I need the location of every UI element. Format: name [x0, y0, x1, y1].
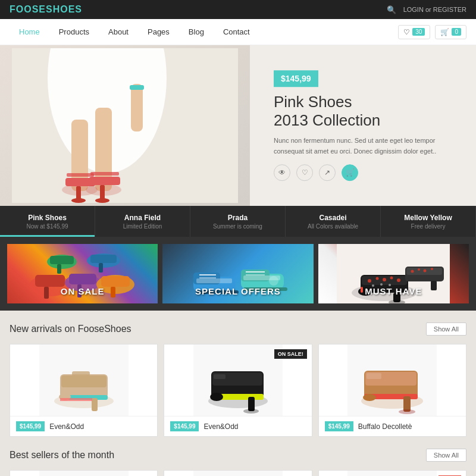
bestsellers-show-all[interactable]: Show All [426, 449, 466, 462]
promo-special-offers[interactable]: SPECIAL OFFERS [162, 244, 313, 303]
tab-casadei[interactable]: Casadei All Colors available [286, 206, 381, 237]
bestseller-img-3: OUTOFSTOCK [319, 471, 466, 476]
product-img-2: ON SALE! [164, 345, 311, 416]
nav-links: Home Products About Pages Blog Contact [10, 20, 259, 43]
product-info-3: $145,99 Buffalo Decolletè [319, 416, 466, 436]
arrivals-grid: $145,99 Even&Odd [10, 344, 466, 437]
product-name-3: Buffalo Decolletè [358, 422, 412, 431]
share-icon[interactable]: ↗ [319, 164, 336, 181]
tab-sub: Limited Edition [123, 223, 162, 230]
promo-section: ON SALE [0, 237, 476, 311]
svg-point-94 [399, 409, 415, 414]
nav-contact[interactable]: Contact [214, 20, 259, 43]
tab-pink-shoes[interactable]: Pink Shoes Now at $145,99 [0, 206, 95, 237]
nav-blog[interactable]: Blog [179, 20, 214, 43]
cart-button[interactable]: 🛒 0 [435, 25, 466, 39]
bestseller-card-2[interactable]: $145,99 Black Stiletto [164, 470, 312, 476]
cart-icon: 🛒 [440, 28, 449, 36]
svg-rect-68 [431, 281, 437, 290]
hero-title: Pink Shoes 2013 Collection [274, 93, 440, 130]
svg-rect-13 [90, 172, 119, 176]
nav-about[interactable]: About [99, 20, 138, 43]
tab-anna-field[interactable]: Anna Field Limited Edition [95, 206, 190, 237]
svg-rect-24 [101, 276, 130, 287]
svg-rect-96 [39, 471, 129, 476]
product-shoe-3 [347, 345, 437, 416]
tab-prada[interactable]: Prada Summer is coming [190, 206, 286, 237]
svg-point-56 [380, 283, 383, 286]
svg-rect-25 [111, 287, 115, 298]
bestsellers-header: Best sellers of the month Show All [10, 449, 466, 462]
tab-name: Casadei [319, 214, 346, 222]
svg-point-50 [368, 279, 371, 283]
tab-sub: Free delivery [411, 223, 446, 230]
bestseller-card-3[interactable]: OUTOFSTOCK $145,99 Colorful Heel [318, 470, 466, 476]
hero-price: $145,99 [274, 70, 318, 87]
svg-rect-104 [193, 471, 283, 476]
promo-on-sale[interactable]: ON SALE [7, 244, 158, 303]
svg-rect-74 [92, 398, 98, 411]
svg-rect-91 [367, 373, 381, 379]
svg-point-7 [71, 198, 86, 203]
svg-point-84 [243, 409, 259, 414]
top-bar: FOOSESHOES 🔍 LOGIN or REGISTER [0, 0, 476, 19]
hero-shoe-illustration [12, 48, 238, 203]
bestseller-card-1[interactable]: $145,99 Black Boot [10, 470, 158, 476]
login-register[interactable]: LOGIN or REGISTER [403, 6, 466, 13]
product-card-2[interactable]: ON SALE! $145,99 Even&Odd [164, 344, 312, 437]
svg-rect-28 [57, 264, 61, 274]
bestseller-img-1 [10, 471, 157, 476]
add-to-cart-icon[interactable]: 🛒 [342, 164, 358, 181]
special-offers-label: SPECIAL OFFERS [195, 286, 281, 296]
heart-icon: ♡ [403, 28, 410, 36]
promo-must-have[interactable]: MUST HAVE [318, 244, 469, 303]
tab-sub: Summer is coming [213, 223, 262, 230]
hero-image [0, 45, 250, 206]
bestsellers-grid: $145,99 Black Boot $145, [10, 470, 466, 476]
svg-rect-112 [347, 471, 437, 476]
svg-rect-35 [196, 278, 232, 283]
svg-rect-72 [61, 375, 107, 387]
svg-rect-15 [130, 85, 144, 90]
product-price-1: $145,99 [16, 421, 45, 431]
svg-rect-77 [60, 398, 92, 401]
product-tabs: Pink Shoes Now at $145,99 Anna Field Lim… [0, 206, 476, 237]
wishlist-icon[interactable]: ♡ [296, 164, 313, 181]
best-sellers-section: Best sellers of the month Show All [0, 449, 476, 476]
nav-pages[interactable]: Pages [138, 20, 179, 43]
tab-sub: Now at $145,99 [26, 223, 68, 230]
svg-point-45 [269, 276, 278, 286]
nav-right: ♡ 30 🛒 0 [398, 25, 466, 39]
product-img-3 [319, 345, 466, 416]
svg-point-11 [95, 198, 109, 203]
svg-rect-76 [72, 371, 90, 376]
search-icon[interactable]: 🔍 [387, 5, 396, 14]
product-info-2: $145,99 Even&Odd [164, 416, 311, 436]
nav-products[interactable]: Products [49, 20, 99, 43]
product-card-1[interactable]: $145,99 Even&Odd [10, 344, 158, 437]
bestseller-img-2 [164, 471, 311, 476]
product-img-1 [10, 345, 157, 416]
tab-name: Pink Shoes [28, 214, 67, 222]
brand-logo: FOOSESHOES [10, 4, 82, 15]
product-price-2: $145,99 [170, 421, 199, 431]
must-have-label: MUST HAVE [365, 286, 422, 296]
svg-point-65 [418, 268, 420, 271]
svg-point-51 [376, 277, 379, 280]
svg-rect-27 [50, 256, 74, 264]
svg-point-53 [390, 277, 393, 280]
wishlist-button[interactable]: ♡ 30 [398, 25, 430, 39]
arrivals-show-all[interactable]: Show All [426, 322, 466, 336]
hero-description: Nunc non fermentum nunc. Sed ut ante ege… [274, 136, 440, 157]
hero-content: $145,99 Pink Shoes 2013 Collection Nunc … [274, 70, 440, 181]
tab-mellow-yellow[interactable]: Mellow Yellow Free delivery [381, 206, 476, 237]
nav-home[interactable]: Home [10, 20, 49, 43]
tab-name: Mellow Yellow [404, 214, 452, 222]
tab-name: Prada [228, 214, 248, 222]
svg-point-54 [397, 278, 400, 282]
product-name-1: Even&Odd [49, 422, 84, 431]
product-card-3[interactable]: $145,99 Buffalo Decolletè [318, 344, 466, 437]
view-icon[interactable]: 👁 [274, 164, 290, 181]
nav-bar: Home Products About Pages Blog Contact ♡… [0, 19, 476, 45]
on-sale-label: ON SALE [61, 286, 105, 296]
